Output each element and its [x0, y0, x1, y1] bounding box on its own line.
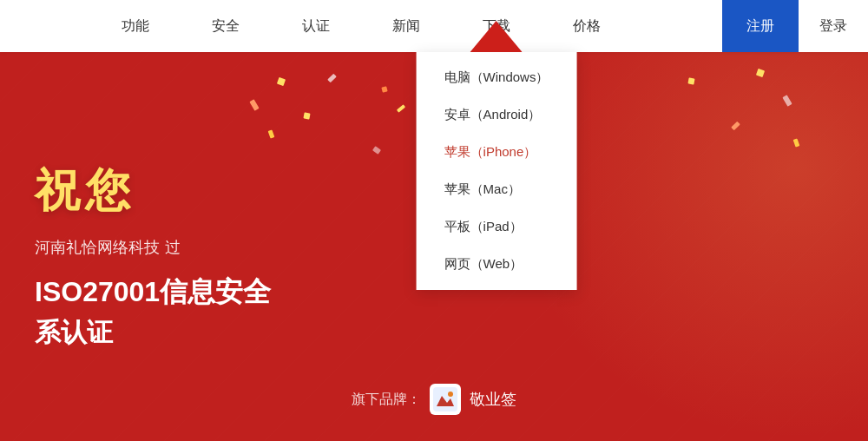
svg-point-3	[448, 392, 453, 397]
hero-iso-line2: 系认证	[35, 315, 271, 351]
download-dropdown: 电脑（Windows） 安卓（Android） 苹果（iPhone） 苹果（Ma…	[417, 52, 577, 290]
register-button[interactable]: 注册	[722, 0, 799, 52]
nav-item-download[interactable]: 下载 电脑（Windows） 安卓（Android） 苹果（iPhone） 苹果…	[451, 0, 542, 52]
dropdown-item-mac[interactable]: 苹果（Mac）	[417, 171, 577, 208]
nav-items: 功能 安全 认证 新闻 下载 电脑（Windows） 安卓（Android） 苹…	[0, 0, 722, 52]
dropdown-item-android[interactable]: 安卓（Android）	[417, 96, 577, 134]
dropdown-item-web[interactable]: 网页（Web）	[417, 246, 577, 283]
hero-brand-label: 旗下品牌：	[352, 391, 421, 409]
navbar: 功能 安全 认证 新闻 下载 电脑（Windows） 安卓（Android） 苹…	[0, 0, 868, 52]
hero-brand-name: 敬业签	[470, 389, 516, 410]
nav-item-security[interactable]: 安全	[181, 0, 271, 52]
hero-title: 祝您	[35, 161, 271, 221]
hero-iso-line1: ISO27001信息安全	[35, 273, 271, 312]
login-button[interactable]: 登录	[799, 0, 868, 52]
dropdown-item-iphone[interactable]: 苹果（iPhone）	[417, 134, 577, 171]
nav-item-news[interactable]: 新闻	[361, 0, 451, 52]
hero-brand: 旗下品牌： 敬业签	[352, 384, 516, 415]
nav-item-features[interactable]: 功能	[90, 0, 181, 52]
hero-content: 祝您 河南礼恰网络科技 过 ISO27001信息安全 系认证	[0, 143, 271, 351]
nav-right: 注册 登录	[722, 0, 868, 52]
dropdown-arrow	[470, 21, 523, 56]
hero-subtitle: 河南礼恰网络科技	[35, 237, 160, 258]
nav-item-pricing[interactable]: 价格	[542, 0, 632, 52]
hero-suffix: 过	[165, 237, 181, 258]
nav-item-cert[interactable]: 认证	[271, 0, 361, 52]
dropdown-item-ipad[interactable]: 平板（iPad）	[417, 208, 577, 246]
hero-brand-logo	[430, 384, 461, 415]
svg-rect-1	[433, 387, 457, 411]
svg-marker-0	[470, 21, 523, 52]
dropdown-item-windows[interactable]: 电脑（Windows）	[417, 59, 577, 96]
